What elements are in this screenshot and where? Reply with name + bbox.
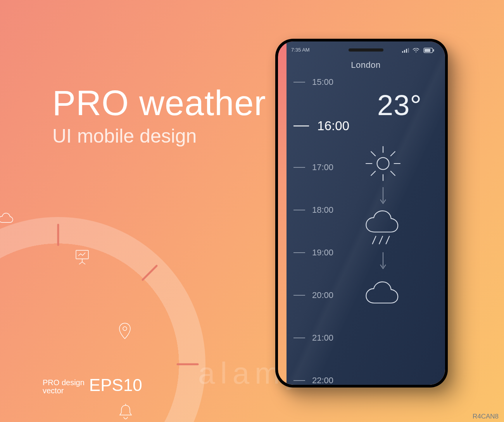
bell-icon <box>116 403 138 422</box>
svg-line-27 <box>386 236 390 244</box>
timeline-hour: 18:00 <box>312 205 333 215</box>
svg-point-15 <box>377 158 389 170</box>
timeline-row[interactable]: 17:00 <box>293 162 333 172</box>
timeline-tick <box>293 126 309 126</box>
timeline-tick <box>293 210 305 210</box>
timeline-tick <box>293 295 305 296</box>
svg-line-23 <box>391 152 395 156</box>
timeline-tick <box>293 167 305 168</box>
svg-rect-5 <box>76 250 88 259</box>
svg-point-11 <box>416 51 417 52</box>
location-label[interactable]: London <box>287 41 445 70</box>
badge-eps: EPS10 <box>89 375 142 395</box>
badge-line1: PRO design <box>43 379 85 387</box>
timeline-hour: 17:00 <box>312 162 333 172</box>
signal-icon <box>402 48 409 53</box>
timeline-row[interactable]: 16:00 <box>293 119 349 133</box>
timeline-row[interactable]: 15:00 <box>293 77 333 87</box>
timeline-row[interactable]: 18:00 <box>293 205 333 215</box>
title-strong: PRO <box>52 84 129 122</box>
timeline-tick <box>293 380 305 381</box>
title-block: PRO weather UI mobile design <box>52 83 266 147</box>
timeline-row[interactable]: 19:00 <box>293 248 333 258</box>
app-surface: 7:35 AM London 15:0016:0017:0018:0019:00… <box>287 41 445 385</box>
page-subtitle: UI mobile design <box>52 125 266 147</box>
svg-line-20 <box>371 152 375 156</box>
svg-line-22 <box>371 171 375 176</box>
cloud-icon <box>0 210 18 232</box>
vector-badge: PRO design vector EPS10 <box>43 375 142 395</box>
battery-icon <box>423 48 434 53</box>
svg-rect-7 <box>402 51 403 53</box>
page-title: PRO weather <box>52 83 266 123</box>
badge-line2: vector <box>43 387 85 395</box>
svg-rect-8 <box>404 50 405 53</box>
promo-canvas: alamy R4CAN8 PRO weather UI mobile desig… <box>0 0 504 422</box>
timeline-row[interactable]: 22:00 <box>293 375 333 385</box>
device-frame: 7:35 AM London 15:0016:0017:0018:0019:00… <box>275 39 448 388</box>
svg-rect-10 <box>408 48 409 53</box>
wifi-icon <box>413 48 419 53</box>
arrow-down-icon <box>379 185 387 207</box>
timeline-tick <box>293 252 305 253</box>
device-screen[interactable]: 7:35 AM London 15:0016:0017:0018:0019:00… <box>278 41 445 385</box>
timeline-hour: 16:00 <box>317 119 349 133</box>
watermark-id: R4CAN8 <box>473 413 499 420</box>
timeline-row[interactable]: 20:00 <box>293 290 333 300</box>
status-bar: 7:35 AM <box>287 47 445 53</box>
arrow-down-icon <box>379 250 387 272</box>
timeline-hour: 20:00 <box>312 290 333 300</box>
svg-line-26 <box>379 236 383 244</box>
timeline-tick <box>293 338 305 338</box>
timeline-hour: 21:00 <box>312 333 333 343</box>
svg-line-21 <box>391 171 395 176</box>
cloud-icon <box>360 272 406 315</box>
status-time: 7:35 AM <box>291 47 310 53</box>
location-pin-icon <box>116 322 137 343</box>
timeline-hour: 15:00 <box>312 77 333 87</box>
svg-line-25 <box>373 236 376 244</box>
weather-sequence <box>352 142 414 315</box>
title-rest: weather <box>139 84 266 122</box>
timeline-hour: 22:00 <box>312 375 333 385</box>
status-icons <box>402 47 434 53</box>
svg-point-6 <box>123 327 127 331</box>
sun-icon <box>360 142 406 185</box>
svg-rect-13 <box>425 49 430 52</box>
svg-rect-14 <box>433 49 434 52</box>
timeline-row[interactable]: 21:00 <box>293 333 333 343</box>
presentation-icon <box>73 247 95 269</box>
rain-cloud-icon <box>360 207 406 250</box>
current-temperature: 23° <box>377 89 422 122</box>
timeline-hour: 19:00 <box>312 248 333 258</box>
svg-rect-9 <box>406 49 407 53</box>
timeline-tick <box>293 82 305 83</box>
